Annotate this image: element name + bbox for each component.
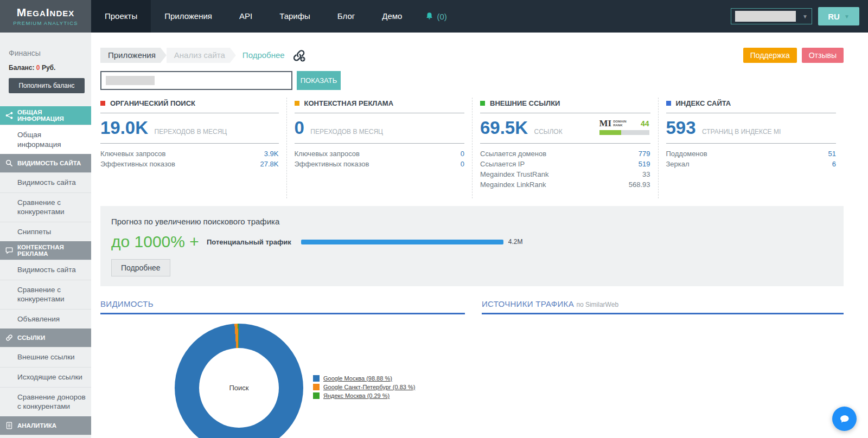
visibility-panel: ВИДИМОСТЬ Поиск Google Москва (98.88 %) … <box>100 299 465 438</box>
card-bullet-icon <box>295 101 299 106</box>
reviews-button[interactable]: Отзывы <box>802 48 844 63</box>
forecast-title: Прогноз по увеличению поискового трафика <box>111 217 833 226</box>
visibility-title: ВИДИМОСТЬ <box>100 299 465 308</box>
legend-swatch <box>313 392 320 399</box>
card-title: КОНТЕКСТНАЯ РЕКЛАМА <box>304 99 394 107</box>
sidebar-section-label: ССЫЛКИ <box>17 334 45 341</box>
support-button[interactable]: Поддержка <box>743 48 797 63</box>
card-big-value: 593 <box>666 118 696 138</box>
link-icon <box>5 334 13 342</box>
sidebar-section-general-info[interactable]: ОБЩАЯ ИНФОРМАЦИЯ <box>0 106 91 125</box>
card-external-links: ВНЕШНИЕ ССЫЛКИ 69.5K ССЫЛОК MI DOMAIN RA… <box>472 98 658 198</box>
mi-rank-progress-fill <box>599 130 621 135</box>
traffic-sources-title: ИСТОЧНИКИ ТРАФИКА по SimilarWeb <box>482 299 844 308</box>
card-row: Зеркал 6 <box>666 159 837 169</box>
share-icon <box>5 112 13 119</box>
card-row: Эффективных показов 27.8K <box>100 159 279 169</box>
card-row: Ключевых запросов 3.9K <box>100 149 279 159</box>
balance-value: 0 <box>36 64 40 72</box>
card-big-label: ССЫЛОК <box>534 128 563 136</box>
card-row: Megaindex LinkRank 568.93 <box>480 179 650 190</box>
notification-count: (0) <box>437 12 446 21</box>
section-underline <box>100 313 465 314</box>
card-big-label: СТРАНИЦ В ИНДЕКСЕ MI <box>702 128 781 136</box>
main-nav: Проекты Приложения API Тарифы Блог Демо … <box>91 0 457 33</box>
card-row: Ключевых запросов 0 <box>295 149 465 159</box>
nav-item-tariffs[interactable]: Тарифы <box>266 0 324 33</box>
chat-bubble-icon <box>839 413 851 425</box>
forecast-details-button[interactable]: Подробнее <box>111 259 170 276</box>
forecast-bar-label: Потенциальный трафик <box>207 238 291 246</box>
charts-row: ВИДИМОСТЬ Поиск Google Москва (98.88 %) … <box>100 299 844 438</box>
topbar-right: ▼ RU ▼ <box>731 0 868 33</box>
card-bullet-icon <box>100 101 105 106</box>
sidebar-section-analytics[interactable]: АНАЛИТИКА <box>0 416 91 435</box>
card-row: Ссылается IP 519 <box>480 159 650 169</box>
logo-subtitle: PREMIUM ANALYTICS <box>13 20 78 26</box>
nav-item-projects[interactable]: Проекты <box>91 0 151 33</box>
nav-item-blog[interactable]: Блог <box>324 0 368 33</box>
finance-block: Финансы Баланс: 0 Руб. Пополнить баланс <box>0 33 91 106</box>
legend-item[interactable]: Google Санкт-Петербург (0.83 %) <box>313 384 415 390</box>
legend-item[interactable]: Google Москва (98.88 %) <box>313 375 415 382</box>
topup-balance-button[interactable]: Пополнить баланс <box>9 78 85 93</box>
language-button[interactable]: RU ▼ <box>818 7 859 25</box>
card-big-label: ПЕРЕХОДОВ В МЕСЯЦ <box>155 128 227 136</box>
sidebar-item-ads[interactable]: Объявления <box>0 309 91 329</box>
visibility-donut[interactable]: Поиск <box>175 324 303 438</box>
breadcrumb-site-analysis[interactable]: Анализ сайта <box>167 48 236 63</box>
card-title: ВНЕШНИЕ ССЫЛКИ <box>490 99 560 107</box>
sidebar-section-site-visibility[interactable]: ВИДИМОСТЬ САЙТА <box>0 154 91 172</box>
balance-currency: Руб. <box>42 64 55 72</box>
breadcrumb-details[interactable]: Подробнее <box>236 48 291 63</box>
card-organic-search: ОРГАНИЧЕСКИЙ ПОИСК 19.0K ПЕРЕХОДОВ В МЕС… <box>100 98 286 198</box>
sidebar-section-label: ОБЩАЯ ИНФОРМАЦИЯ <box>17 109 86 122</box>
balance: Баланс: 0 Руб. <box>9 64 82 72</box>
legend-swatch <box>313 384 320 390</box>
logo-title: MegaIndex <box>17 7 75 18</box>
sidebar-section-label: АНАЛИТИКА <box>17 422 56 429</box>
sidebar-item-competitor-compare[interactable]: Сравнение с конкурентами <box>0 192 91 222</box>
traffic-sources-panel: ИСТОЧНИКИ ТРАФИКА по SimilarWeb <box>482 299 844 438</box>
sidebar-item-outgoing-links[interactable]: Исходящие ссылки <box>0 367 91 387</box>
forecast-panel: Прогноз по увеличению поискового трафика… <box>100 206 844 286</box>
app-logo[interactable]: MegaIndex PREMIUM ANALYTICS <box>0 0 91 33</box>
notifications-button[interactable]: (0) <box>416 0 456 33</box>
link-plus-icon[interactable] <box>292 49 306 62</box>
sidebar-item-ads-visibility[interactable]: Видимость сайта <box>0 260 91 280</box>
card-big-label: ПЕРЕХОДОВ В МЕСЯЦ <box>310 128 383 136</box>
sidebar-item-snippets[interactable]: Сниппеты <box>0 222 91 242</box>
card-row: Ссылается доменов 779 <box>480 149 650 159</box>
nav-item-demo[interactable]: Демо <box>368 0 416 33</box>
account-select[interactable]: ▼ <box>731 8 812 24</box>
sidebar-item-donor-compare[interactable]: Сравнение доноров с конкурентами <box>0 387 91 416</box>
card-big-value: 69.5K <box>480 118 528 138</box>
nav-item-apps[interactable]: Приложения <box>151 0 226 33</box>
nav-item-api[interactable]: API <box>226 0 266 33</box>
sidebar-item-ads-competitor-compare[interactable]: Сравнение с конкурентами <box>0 280 91 309</box>
chat-button[interactable] <box>832 407 857 431</box>
card-title: ИНДЕКС САЙТА <box>676 99 731 107</box>
chat-icon <box>5 247 13 254</box>
sidebar-item-external-links[interactable]: Внешние ссылки <box>0 347 91 367</box>
main-content: Приложения Анализ сайта Подробнее Поддер… <box>91 33 868 438</box>
mi-rank-progress <box>599 130 649 135</box>
legend-item[interactable]: Яндекс Москва (0.29 %) <box>313 392 415 399</box>
sidebar-item-general-info[interactable]: Общая информация <box>0 125 91 154</box>
card-site-index: ИНДЕКС САЙТА 593 СТРАНИЦ В ИНДЕКСЕ MI По… <box>658 98 844 198</box>
sidebar-item-visibility-rating[interactable]: Рейтинг по видимости <box>0 435 91 438</box>
mi-rank-value: 44 <box>641 119 649 128</box>
content-header: Приложения Анализ сайта Подробнее Поддер… <box>100 48 844 63</box>
sidebar-section-links[interactable]: ССЫЛКИ <box>0 328 91 347</box>
bell-icon <box>425 12 433 21</box>
mi-domain-rank-badge: MI DOMAIN RANK 44 <box>599 119 649 135</box>
language-label: RU <box>828 12 840 21</box>
sidebar-section-context-ads[interactable]: КОНТЕКСТНАЯ РЕКЛАМА <box>0 241 91 260</box>
sidebar-item-visibility[interactable]: Видимость сайта <box>0 172 91 192</box>
breadcrumb-apps[interactable]: Приложения <box>100 48 167 63</box>
domain-input[interactable] <box>100 71 292 90</box>
forecast-bar-value: 4.2M <box>508 238 523 246</box>
show-button[interactable]: ПОКАЗАТЬ <box>297 71 341 90</box>
chart-legend: Google Москва (98.88 %) Google Санкт-Пет… <box>313 375 415 401</box>
card-big-value: 0 <box>295 118 304 138</box>
